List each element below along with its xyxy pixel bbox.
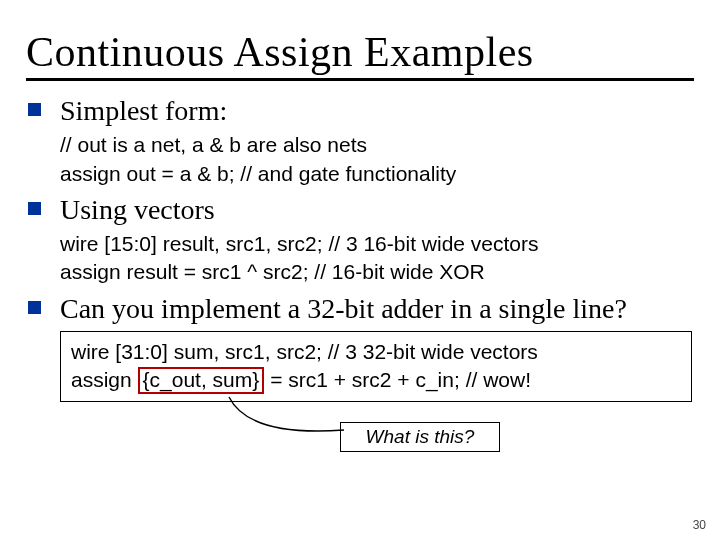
code-text: = src1 + src2 + c_in; // wow! <box>264 368 531 391</box>
slide-title: Continuous Assign Examples <box>26 28 694 76</box>
slide: Continuous Assign Examples Simplest form… <box>0 0 720 540</box>
highlight-box: {c_out, sum} <box>138 367 265 394</box>
code-line: assign {c_out, sum} = src1 + src2 + c_in… <box>71 366 681 394</box>
code-box: wire [31:0] sum, src1, src2; // 3 32-bit… <box>60 331 692 402</box>
title-rule <box>26 78 694 81</box>
bullet-vectors: Using vectors wire [15:0] result, src1, … <box>26 194 694 287</box>
bullet-simplest: Simplest form: // out is a net, a & b ar… <box>26 95 694 188</box>
callout-wrap: What is this? <box>340 422 500 452</box>
code-line: wire [31:0] sum, src1, src2; // 3 32-bit… <box>71 338 681 366</box>
code-block: wire [15:0] result, src1, src2; // 3 16-… <box>60 230 694 287</box>
page-number: 30 <box>693 518 706 532</box>
code-line: assign result = src1 ^ src2; // 16-bit w… <box>60 258 694 286</box>
connector-line <box>224 392 374 452</box>
code-text: assign <box>71 368 138 391</box>
code-line: wire [15:0] result, src1, src2; // 3 16-… <box>60 230 694 258</box>
bullet-adder: Can you implement a 32-bit adder in a si… <box>26 293 694 452</box>
bullet-head: Using vectors <box>60 194 694 226</box>
code-line: assign out = a & b; // and gate function… <box>60 160 694 188</box>
code-block: // out is a net, a & b are also nets ass… <box>60 131 694 188</box>
bullet-list: Simplest form: // out is a net, a & b ar… <box>26 95 694 452</box>
bullet-head: Can you implement a 32-bit adder in a si… <box>60 293 694 325</box>
code-line: // out is a net, a & b are also nets <box>60 131 694 159</box>
bullet-head: Simplest form: <box>60 95 694 127</box>
